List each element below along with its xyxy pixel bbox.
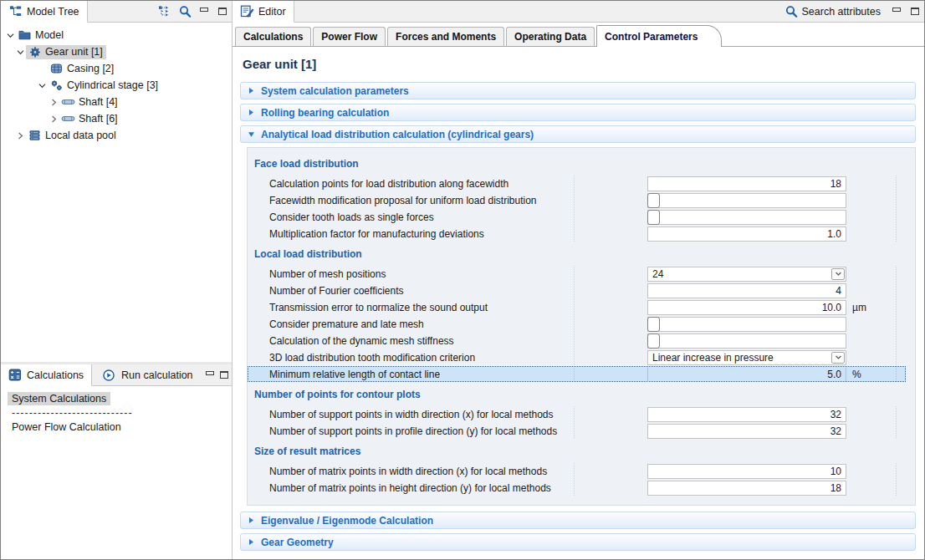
param-row-number-of-fourier-coefficients[interactable]: Number of Fourier coefficients4 [248,283,915,298]
editor-column: Editor Search attributes CalculationsPow… [233,1,924,559]
calculation-list-separator: ---------------------------- [8,406,225,420]
tree-node[interactable]: Local data pool [26,129,120,143]
tree-node[interactable]: Model [16,28,67,43]
section-header-gear-geometry[interactable]: Gear Geometry [240,533,916,551]
chevron-right-icon[interactable] [48,115,59,124]
calculation-item-system-calculations[interactable]: System Calculations [8,392,110,405]
tree-item-shaft-6[interactable]: Shaft [6] [1,110,232,127]
tree-item-shaft-4[interactable]: Shaft [4] [1,94,232,110]
checkbox[interactable] [647,193,660,208]
column-divider [574,176,647,191]
chevron-down-icon[interactable] [14,48,26,57]
param-row-number-of-support-points-in-profile-direction-y-for-local-methods[interactable]: Number of support points in profile dire… [248,423,915,439]
tab-model-tree[interactable]: Model Tree [1,1,88,23]
tab-editor[interactable]: Editor [233,1,294,23]
run-calculation-button[interactable]: Run calculation [92,364,202,385]
dropdown-field[interactable]: Linear increase in pressure [647,350,846,365]
value-field[interactable]: 4 [647,283,846,298]
checkbox[interactable] [647,317,660,332]
subtab-operating-data[interactable]: Operating Data [506,27,595,46]
param-row-consider-tooth-loads-as-single-forces[interactable]: Consider tooth loads as single forces [248,209,915,225]
param-label: Calculation points for load distribution… [248,178,574,190]
tree-node[interactable]: Shaft [4] [59,95,121,109]
param-row-number-of-support-points-in-width-direction-x-for-local-methods[interactable]: Number of support points in width direct… [248,406,915,422]
subtab-forces-and-moments[interactable]: Forces and Moments [387,27,504,46]
subtab-power-flow[interactable]: Power Flow [313,27,386,46]
param-label: Number of Fourier coefficients [248,285,574,297]
param-row-transmission-error-to-normalize-the-sound-output[interactable]: Transmission error to normalize the soun… [248,299,915,315]
calculations-tab-label: Calculations [27,369,84,381]
chevron-down-icon[interactable] [4,31,16,40]
tabbar-spacer [88,1,155,22]
section-header-rolling-bearing-calculation[interactable]: Rolling bearing calculation [240,104,916,121]
section-header-label: Eigenvalue / Eigenmode Calculation [261,515,433,527]
column-divider [574,299,647,315]
checkbox[interactable] [647,333,660,349]
checkbox[interactable] [647,210,660,225]
value-field[interactable]: 1.0 [647,227,846,242]
link-with-editor-icon[interactable] [155,1,175,22]
tree-node[interactable]: Cylindrical stage [3] [48,79,161,93]
tree-node[interactable]: Shaft [6] [59,112,121,126]
tree-selection[interactable]: Gear unit [1] [26,45,106,59]
shaft-icon [61,113,75,125]
value-field[interactable]: 18 [647,481,846,496]
tree-item-cylindrical-stage-3[interactable]: Cylindrical stage [3] [1,77,232,94]
param-row-consider-premature-and-late-mesh[interactable]: Consider premature and late mesh [248,316,915,332]
param-row-3d-load-distribution-tooth-modification-criterion[interactable]: 3D load distribution tooth modification … [248,349,915,365]
value-field[interactable]: 18 [647,176,846,191]
param-row-calculation-points-for-load-distribution-along-facewidth[interactable]: Calculation points for load distribution… [248,176,915,191]
param-row-number-of-matrix-points-in-width-direction-x-for-local-methods[interactable]: Number of matrix points in width directi… [248,463,915,479]
param-row-facewidth-modification-proposal-for-uniform-load-distribution[interactable]: Facewidth modification proposal for unif… [248,192,915,208]
param-row-calculation-of-the-dynamic-mesh-stiffness[interactable]: Calculation of the dynamic mesh stiffnes… [248,333,915,349]
chevron-right-icon[interactable] [14,131,26,140]
app-window: Model Tree ModelGear unit [1]Casing [2]C… [0,0,925,560]
param-label: Number of matrix points in height direct… [248,482,574,494]
value-field[interactable]: 10 [647,464,846,479]
calculation-item-power-flow-calculation[interactable]: Power Flow Calculation [8,420,125,434]
param-row-multiplication-factor-for-manufacturing-deviations[interactable]: Multiplication factor for manufacturing … [248,226,915,242]
column-divider [574,333,647,349]
section-header-eigenvalue-eigenmode-calculation[interactable]: Eigenvalue / Eigenmode Calculation [240,512,916,529]
dropdown-button[interactable] [831,268,845,280]
search-attributes-icon[interactable] [782,1,802,22]
tab-calculations[interactable]: Calculations [1,364,92,386]
tree-item-model[interactable]: Model [1,27,232,43]
search-icon[interactable] [175,1,195,22]
param-row-number-of-mesh-positions[interactable]: Number of mesh positions24 [248,266,915,282]
param-row-number-of-matrix-points-in-height-direction-y-for-local-methods[interactable]: Number of matrix points in height direct… [248,480,915,496]
value-field[interactable]: 32 [647,407,846,422]
calculations-tabbar: Calculations Run calculation [1,364,232,386]
subtab-control-parameters[interactable]: Control Parameters [596,25,722,47]
maximize-icon[interactable] [213,1,232,22]
search-attributes-label[interactable]: Search attributes [802,1,888,22]
param-row-minimum-relative-length-of-contact-line[interactable]: Minimum relative length of contact line5… [248,366,906,382]
value-field[interactable]: 10.0 [647,300,846,315]
maximize-icon[interactable] [906,1,924,22]
tree-item-local-data-pool[interactable]: Local data pool [1,127,232,144]
minimize-icon[interactable] [203,364,217,385]
dropdown-field[interactable]: 24 [647,267,846,282]
tabbar-spacer [294,1,782,22]
tree-item-label: Casing [2] [67,63,114,74]
tree-item-casing-2[interactable]: Casing [2] [1,60,232,77]
minimize-icon[interactable] [195,1,213,22]
column-divider [574,349,647,365]
value-field[interactable]: 32 [647,424,846,439]
minimize-icon[interactable] [887,1,906,22]
chevron-down-icon[interactable] [36,81,48,90]
column-divider [574,316,647,332]
play-icon [102,369,116,381]
maximize-icon[interactable] [217,364,232,385]
dropdown-button[interactable] [831,352,845,364]
group-heading: Local load distribution [248,248,915,262]
section-header-system-calculation-parameters[interactable]: System calculation parameters [240,82,916,99]
value-field[interactable]: 5.0 [647,367,846,382]
tree-item-gear-unit-1[interactable]: Gear unit [1] [1,43,232,60]
unit-label: µm [846,302,915,313]
section-header-analytical-load-distribution-calculation-cylindrical-gears[interactable]: Analytical load distribution calculation… [240,125,916,143]
tree-node[interactable]: Casing [2] [48,62,117,76]
chevron-right-icon[interactable] [48,98,59,107]
subtab-calculations[interactable]: Calculations [235,27,311,46]
tree-item-label: Cylindrical stage [3] [67,79,158,91]
